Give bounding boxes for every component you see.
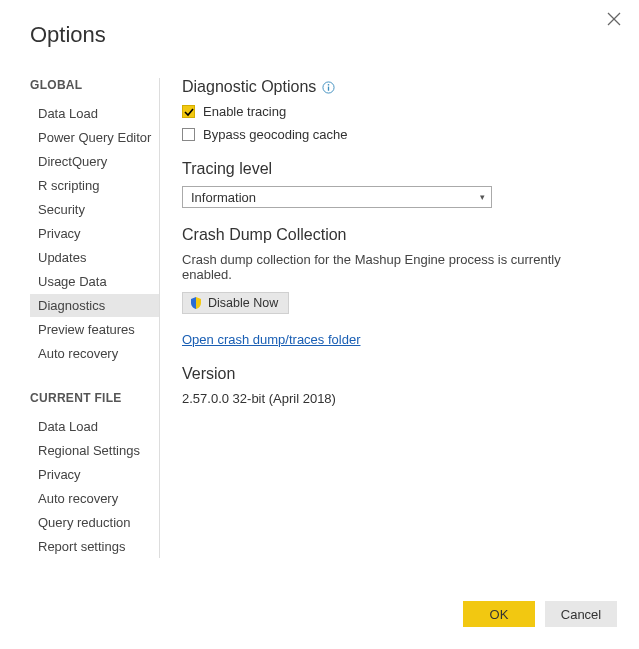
- shield-icon: [189, 296, 203, 310]
- enable-tracing-checkbox[interactable]: [182, 105, 195, 118]
- sidebar-item-r-scripting[interactable]: R scripting: [30, 174, 159, 197]
- page-title: Options: [0, 0, 639, 48]
- tracing-level-select[interactable]: Information ▾: [182, 186, 492, 208]
- disable-now-label: Disable Now: [208, 296, 278, 310]
- info-icon[interactable]: [322, 81, 335, 94]
- dialog-footer: OK Cancel: [463, 601, 617, 627]
- sidebar-item-security[interactable]: Security: [30, 198, 159, 221]
- sidebar-list-global: Data LoadPower Query EditorDirectQueryR …: [30, 102, 159, 365]
- sidebar-item-query-reduction[interactable]: Query reduction: [30, 511, 159, 534]
- version-value: 2.57.0.0 32-bit (April 2018): [182, 391, 609, 406]
- cancel-button[interactable]: Cancel: [545, 601, 617, 627]
- sidebar-item-directquery[interactable]: DirectQuery: [30, 150, 159, 173]
- sidebar-section-current-file: CURRENT FILE: [30, 391, 159, 405]
- tracing-level-selected: Information: [191, 190, 256, 205]
- close-button[interactable]: [607, 12, 623, 28]
- sidebar-item-data-load[interactable]: Data Load: [30, 415, 159, 438]
- sidebar-item-privacy[interactable]: Privacy: [30, 222, 159, 245]
- chevron-down-icon: ▾: [480, 192, 485, 202]
- diagnostic-options-heading: Diagnostic Options: [182, 78, 609, 96]
- sidebar-item-auto-recovery[interactable]: Auto recovery: [30, 342, 159, 365]
- sidebar-item-report-settings[interactable]: Report settings: [30, 535, 159, 558]
- ok-button[interactable]: OK: [463, 601, 535, 627]
- sidebar-item-usage-data[interactable]: Usage Data: [30, 270, 159, 293]
- version-heading: Version: [182, 365, 609, 383]
- main-panel: Diagnostic Options Enable tracing Bypass…: [160, 78, 639, 558]
- close-icon: [607, 12, 621, 26]
- sidebar-item-updates[interactable]: Updates: [30, 246, 159, 269]
- bypass-geocoding-checkbox-row[interactable]: Bypass geocoding cache: [182, 127, 609, 142]
- sidebar-item-privacy[interactable]: Privacy: [30, 463, 159, 486]
- sidebar-item-preview-features[interactable]: Preview features: [30, 318, 159, 341]
- sidebar-item-data-load[interactable]: Data Load: [30, 102, 159, 125]
- checkmark-icon: [184, 107, 194, 117]
- svg-rect-4: [328, 86, 329, 90]
- sidebar-item-regional-settings[interactable]: Regional Settings: [30, 439, 159, 462]
- sidebar: GLOBAL Data LoadPower Query EditorDirect…: [30, 78, 160, 558]
- sidebar-item-auto-recovery[interactable]: Auto recovery: [30, 487, 159, 510]
- tracing-level-heading: Tracing level: [182, 160, 609, 178]
- sidebar-item-diagnostics[interactable]: Diagnostics: [30, 294, 159, 317]
- crash-dump-description: Crash dump collection for the Mashup Eng…: [182, 252, 609, 282]
- bypass-geocoding-checkbox[interactable]: [182, 128, 195, 141]
- enable-tracing-label: Enable tracing: [203, 104, 286, 119]
- open-crash-dump-folder-link[interactable]: Open crash dump/traces folder: [182, 332, 360, 347]
- disable-now-button[interactable]: Disable Now: [182, 292, 289, 314]
- sidebar-list-current-file: Data LoadRegional SettingsPrivacyAuto re…: [30, 415, 159, 558]
- bypass-geocoding-label: Bypass geocoding cache: [203, 127, 348, 142]
- crash-dump-heading: Crash Dump Collection: [182, 226, 609, 244]
- svg-point-3: [328, 83, 330, 85]
- sidebar-item-power-query-editor[interactable]: Power Query Editor: [30, 126, 159, 149]
- diagnostic-options-heading-text: Diagnostic Options: [182, 78, 316, 96]
- sidebar-section-global: GLOBAL: [30, 78, 159, 92]
- enable-tracing-checkbox-row[interactable]: Enable tracing: [182, 104, 609, 119]
